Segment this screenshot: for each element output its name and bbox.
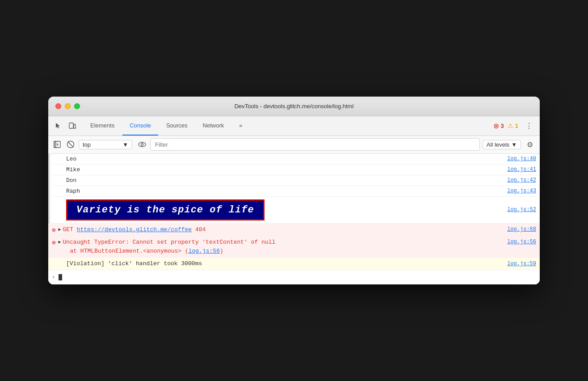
tab-bar: Elements Console Sources Network » ⊗ 3 ⚠ xyxy=(48,116,540,136)
cursor-icon-btn[interactable] xyxy=(52,119,64,132)
window-title: DevTools - devtools.glitch.me/console/lo… xyxy=(235,103,354,110)
log-row-don: Don log.js:42 xyxy=(48,175,540,186)
tab-network[interactable]: Network xyxy=(196,116,231,135)
error-link-2[interactable]: log.js:56 xyxy=(189,248,220,254)
warning-triangle-icon: ⚠ xyxy=(508,122,513,129)
console-toolbar: top ▼ All levels ▼ ⚙ xyxy=(48,136,540,154)
eye-icon[interactable] xyxy=(137,139,147,150)
svg-point-7 xyxy=(141,144,143,146)
error-text-2: Uncaught TypeError: Cannot set property … xyxy=(63,238,504,255)
error-circle-icon: ⊗ xyxy=(493,122,499,130)
log-source-raph[interactable]: log.js:43 xyxy=(507,188,536,194)
expand-icon-2[interactable]: ▶ xyxy=(58,239,61,245)
context-value: top xyxy=(83,141,91,148)
filter-input[interactable] xyxy=(150,138,480,151)
tab-console[interactable]: Console xyxy=(122,116,158,135)
title-bar: DevTools - devtools.glitch.me/console/lo… xyxy=(48,97,540,116)
svg-point-6 xyxy=(139,142,146,147)
log-value-don: Don xyxy=(66,177,504,184)
error-link-1[interactable]: https://devtools.glitch.me/coffee xyxy=(77,226,192,233)
error-circle-icon-1: ⊗ xyxy=(52,226,55,234)
console-content: Leo log.js:40 Mike log.js:41 Don log.js:… xyxy=(48,154,540,285)
device-toolbar-icon-btn[interactable] xyxy=(66,119,79,132)
input-cursor xyxy=(59,274,62,280)
log-source-leo[interactable]: log.js:40 xyxy=(507,156,536,162)
settings-menu-btn[interactable]: ⋮ xyxy=(522,120,536,132)
tab-elements[interactable]: Elements xyxy=(83,116,122,135)
context-dropdown-icon: ▼ xyxy=(122,141,128,148)
close-button[interactable] xyxy=(55,103,61,109)
levels-value: All levels xyxy=(487,141,509,148)
input-chevron-icon: › xyxy=(52,274,55,280)
svg-rect-3 xyxy=(54,141,56,148)
log-value-mike: Mike xyxy=(66,166,504,173)
tab-sources[interactable]: Sources xyxy=(159,116,195,135)
minimize-button[interactable] xyxy=(65,103,71,109)
levels-dropdown-icon: ▼ xyxy=(511,141,517,148)
log-row-leo: Leo log.js:40 xyxy=(48,154,540,165)
error-source-1[interactable]: log.js:68 xyxy=(507,226,536,233)
sidebar-toggle-icon[interactable] xyxy=(52,139,63,150)
log-row-mike: Mike log.js:41 xyxy=(48,165,540,175)
error-row-2: ⊗ ▶ Uncaught TypeError: Cannot set prope… xyxy=(48,236,540,258)
variety-box: Variety is the spice of life xyxy=(66,199,265,220)
error-circle-icon-2: ⊗ xyxy=(52,239,55,246)
console-settings-icon[interactable]: ⚙ xyxy=(524,138,536,151)
error-source-2[interactable]: log.js:56 xyxy=(507,239,536,245)
devtools-window: DevTools - devtools.glitch.me/console/lo… xyxy=(48,97,540,285)
variety-row: Variety is the spice of life log.js:52 xyxy=(48,197,540,224)
variety-text: Variety is the spice of life xyxy=(76,204,254,216)
warning-count: 1 xyxy=(515,123,518,129)
log-source-mike[interactable]: log.js:41 xyxy=(507,166,536,173)
traffic-lights xyxy=(55,103,80,109)
error-text-1: GET https://devtools.glitch.me/coffee 40… xyxy=(63,225,504,234)
violation-text: [Violation] 'click' handler took 3000ms xyxy=(66,260,504,267)
error-count: 3 xyxy=(501,123,504,129)
log-value-raph: Raph xyxy=(66,188,504,195)
variety-source[interactable]: log.js:52 xyxy=(507,207,536,213)
error-row-1: ⊗ ▶ GET https://devtools.glitch.me/coffe… xyxy=(48,224,540,237)
context-selector[interactable]: top ▼ xyxy=(79,140,132,149)
levels-selector[interactable]: All levels ▼ xyxy=(483,140,521,149)
tab-bar-right: ⊗ 3 ⚠ 1 ⋮ xyxy=(493,120,536,132)
violation-row: [Violation] 'click' handler took 3000ms … xyxy=(48,258,540,270)
clear-console-icon[interactable] xyxy=(65,139,76,150)
error-badge: ⊗ 3 xyxy=(493,122,504,130)
tab-bar-icons xyxy=(52,119,79,132)
maximize-button[interactable] xyxy=(74,103,80,109)
log-source-don[interactable]: log.js:42 xyxy=(507,177,536,183)
tab-more[interactable]: » xyxy=(232,116,249,135)
expand-icon-1[interactable]: ▶ xyxy=(58,227,61,232)
svg-rect-0 xyxy=(69,123,73,128)
violation-source[interactable]: log.js:59 xyxy=(507,261,536,267)
log-row-raph: Raph log.js:43 xyxy=(48,186,540,197)
warning-badge: ⚠ 1 xyxy=(508,122,518,129)
devtools-panel: Elements Console Sources Network » ⊗ 3 ⚠ xyxy=(48,116,540,285)
log-value-leo: Leo xyxy=(66,156,504,162)
svg-line-5 xyxy=(68,142,74,148)
svg-rect-1 xyxy=(74,124,76,128)
console-input-row[interactable]: › xyxy=(48,270,540,284)
